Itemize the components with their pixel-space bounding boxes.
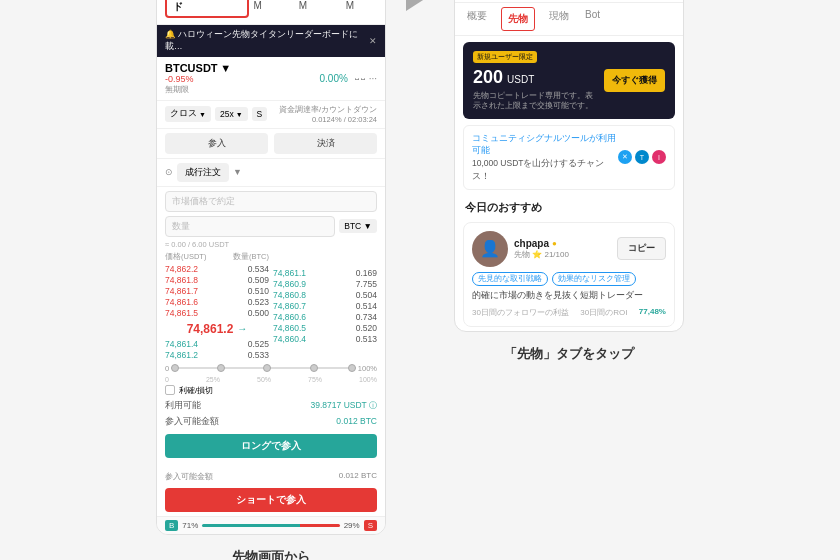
- header-tabs: USDT-M USDC-M Coin-M: [253, 0, 377, 11]
- orderbook-right-row: 74,860.80.504: [273, 290, 377, 301]
- long-sub: 0.00 USDT: [157, 460, 385, 469]
- orderbook-sell-row: 74,861.60.523: [165, 297, 269, 308]
- slider-mark-25: [217, 364, 225, 372]
- slider-labels: 025%50%75%100%: [157, 376, 385, 383]
- coin-arrow: ▼: [220, 62, 231, 74]
- tab-coin-m[interactable]: Coin-M: [346, 0, 377, 11]
- notification-text: 🔔 ハロウィーン先物タイタンリーダーボードに載…: [165, 29, 369, 53]
- promo-amount: 200: [473, 67, 503, 88]
- orderbook-container: 価格(USDT) 数量(BTC) 74,862.20.53474,861.80.…: [157, 250, 385, 361]
- close-notification-button[interactable]: ✕: [369, 36, 377, 46]
- arrow-right-icon: [406, 0, 434, 11]
- phone-right: 🔍 エリートトレーダーやBotを検索 概要 先物 現物 Bot 新規ユーザー限定…: [454, 0, 684, 332]
- avail-value: 0.012 BTC: [339, 471, 377, 482]
- tab-usdt-m[interactable]: USDT-M: [253, 0, 290, 11]
- promo-left: 新規ユーザー限定 200 USDT 先物コピートレード専用です。表示された上限ま…: [473, 50, 593, 111]
- main-container: コピートレード USDT-M USDC-M Coin-M 🔔 ハロウィーン先物タ…: [0, 0, 840, 560]
- order-type-row: ⊙ 成行注文 ▼: [157, 159, 385, 187]
- mid-price: 74,861.2 →: [165, 319, 269, 339]
- copy-trader-button[interactable]: コピー: [617, 237, 666, 260]
- instagram-icon[interactable]: I: [652, 150, 666, 164]
- tab-spot[interactable]: 現物: [547, 3, 571, 35]
- avail-row: 参入可能金額 0.012 BTC: [157, 469, 385, 486]
- pnl-checkbox[interactable]: [165, 385, 175, 395]
- entry-button[interactable]: 参入: [165, 133, 268, 154]
- trader-info: chpapa ● 先物 ⭐ 21/100: [514, 238, 611, 260]
- trader-footer-right: 30日間のROI: [580, 307, 627, 318]
- order-type-select[interactable]: 成行注文: [177, 163, 229, 182]
- twitter-icon[interactable]: ✕: [618, 150, 632, 164]
- long-button[interactable]: ロングで参入: [165, 434, 377, 458]
- bar-green-label: B: [165, 520, 178, 531]
- trader-name: chpapa: [514, 238, 549, 249]
- trader-avatar: 👤: [472, 231, 508, 267]
- qty-badge[interactable]: BTC ▼: [339, 219, 377, 233]
- controls-row: クロス▼ 25x▼ S 資金調達率/カウントダウン 0.0124% / 02:0…: [157, 101, 385, 129]
- bar-red-pct: 29%: [344, 521, 360, 530]
- slider-label-0: 0: [165, 364, 169, 373]
- margin-row: 参入可能金額 0.012 BTC: [157, 414, 385, 430]
- tab-overview[interactable]: 概要: [465, 3, 489, 35]
- fund-rate-value: 0.0124% / 02:03:24: [271, 115, 377, 124]
- bottom-bar: B 71% 29% S: [157, 516, 385, 534]
- orderbook-right-row: 74,860.97.755: [273, 279, 377, 290]
- orderbook-right-row: 74,860.40.513: [273, 334, 377, 345]
- orderbook-right-row: 74,860.60.734: [273, 312, 377, 323]
- balance-value: 39.8717 USDT: [311, 400, 367, 410]
- tab-usdc-m[interactable]: USDC-M: [299, 0, 338, 11]
- orderbook-right-data: 74,861.10.16974,860.97.75574,860.80.5047…: [273, 268, 377, 345]
- coin-icons: ꟷꟷ ···: [354, 73, 377, 84]
- order-row: 参入 決済: [157, 129, 385, 159]
- tab-row: 概要 先物 現物 Bot: [455, 3, 683, 36]
- balance-label: 利用可能: [165, 400, 201, 412]
- trader-sub: 先物 ⭐ 21/100: [514, 249, 611, 260]
- coin-green-val: 0.00%: [320, 73, 348, 84]
- trader-footer-left: 30日間のフォロワーの利益: [472, 307, 569, 318]
- orderbook-buy-row: 74,861.20.533: [165, 350, 269, 361]
- slider-mark-0: [171, 364, 179, 372]
- promo-button[interactable]: 今すぐ獲得: [604, 69, 665, 92]
- arrow-container: [406, 0, 434, 51]
- s-badge[interactable]: S: [252, 107, 268, 121]
- orderbook-left: 価格(USDT) 数量(BTC) 74,862.20.53474,861.80.…: [165, 250, 269, 361]
- tag-strategy: 先見的な取引戦略: [472, 272, 548, 286]
- balance-row: 利用可能 39.8717 USDT ⓘ: [157, 398, 385, 414]
- social-text-prize: 10,000 USDTを山分けするチャンス！: [472, 157, 618, 183]
- left-panel: コピートレード USDT-M USDC-M Coin-M 🔔 ハロウィーン先物タ…: [156, 0, 386, 560]
- slider-mark-100: [348, 364, 356, 372]
- caption-right: 「先物」タブをタップ: [504, 344, 634, 364]
- pnl-row: 利確/損切: [157, 383, 385, 398]
- trader-roi-value: 77,48%: [639, 307, 666, 318]
- orderbook-right-row: 74,860.50.520: [273, 323, 377, 334]
- slider-row[interactable]: 0 100%: [157, 361, 385, 376]
- right-panel: 🔍 エリートトレーダーやBotを検索 概要 先物 現物 Bot 新規ユーザー限定…: [454, 0, 684, 363]
- price-input[interactable]: 市場価格で約定: [165, 191, 377, 212]
- close-button[interactable]: 決済: [274, 133, 377, 154]
- tab-futures[interactable]: 先物: [501, 7, 535, 31]
- slider-track[interactable]: [171, 367, 356, 369]
- orderbook-buy-row: 74,861.40.525: [165, 339, 269, 350]
- orderbook-sell-row: 74,861.50.500: [165, 308, 269, 319]
- cross-badge[interactable]: クロス▼: [165, 106, 211, 122]
- section-title: 今日のおすすめ: [455, 194, 683, 218]
- promo-currency: USDT: [507, 74, 534, 85]
- orderbook-right-row: 74,861.10.169: [273, 268, 377, 279]
- promo-badge: 新規ユーザー限定: [473, 51, 537, 63]
- avail-label: 参入可能金額: [165, 471, 213, 482]
- coin-type: 無期限: [165, 84, 231, 95]
- orderbook-header: 価格(USDT) 数量(BTC): [165, 250, 269, 264]
- phone-left: コピートレード USDT-M USDC-M Coin-M 🔔 ハロウィーン先物タ…: [156, 0, 386, 535]
- trader-tags: 先見的な取引戦略 効果的なリスク管理: [472, 272, 666, 286]
- promo-banner: 新規ユーザー限定 200 USDT 先物コピートレード専用です。表示された上限ま…: [463, 42, 675, 119]
- short-button[interactable]: ショートで参入: [165, 488, 377, 512]
- tag-risk: 効果的なリスク管理: [552, 272, 636, 286]
- orderbook-sell-row: 74,861.70.510: [165, 286, 269, 297]
- trader-top: 👤 chpapa ● 先物 ⭐ 21/100 コピー: [472, 231, 666, 267]
- orderbook-sell-row: 74,861.80.509: [165, 275, 269, 286]
- leverage-badge[interactable]: 25x▼: [215, 107, 248, 121]
- copy-trade-button[interactable]: コピートレード: [165, 0, 249, 18]
- qty-input[interactable]: 数量: [165, 216, 335, 237]
- tab-bot[interactable]: Bot: [583, 3, 602, 35]
- bar-green-pct: 71%: [182, 521, 198, 530]
- telegram-icon[interactable]: T: [635, 150, 649, 164]
